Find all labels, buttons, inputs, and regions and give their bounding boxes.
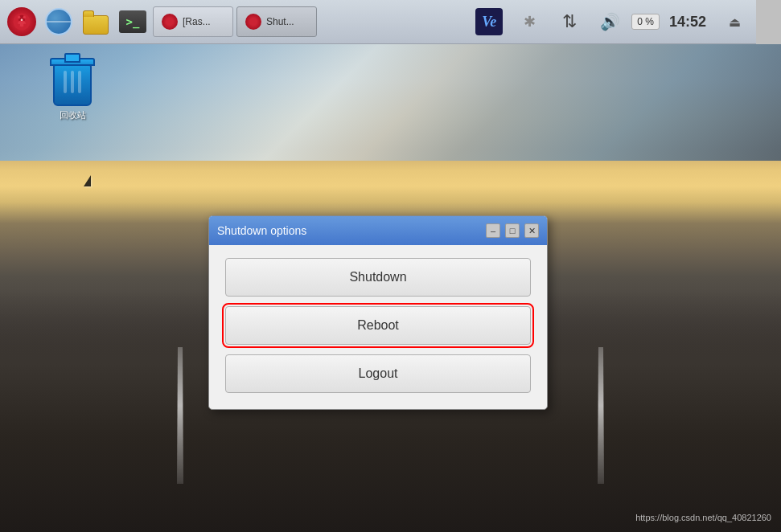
shutdown-taskbar-window[interactable]: Shut...: [236, 6, 317, 37]
browser-button[interactable]: [42, 5, 76, 39]
raspbian-window-icon: [162, 14, 178, 30]
eject-icon: ⏏: [729, 14, 741, 30]
road-line-left: [177, 347, 183, 484]
clock: 14:52: [663, 14, 713, 31]
dialog-title: Shutdown options: [217, 224, 306, 237]
trash-line-2: [71, 71, 74, 93]
raspi-menu-button[interactable]: [5, 5, 39, 39]
dialog-controls: – □ ✕: [486, 223, 539, 238]
svg-point-7: [21, 18, 23, 21]
shutdown-window-icon: [245, 14, 261, 30]
volume-icon: 🔊: [600, 12, 620, 31]
svg-point-5: [18, 23, 20, 26]
vnc-button[interactable]: Ve: [472, 5, 506, 39]
svg-point-3: [23, 16, 27, 19]
terminal-button[interactable]: >_: [116, 5, 150, 39]
dialog-titlebar: Shutdown options – □ ✕: [209, 216, 547, 245]
raspi-logo-icon: [7, 7, 36, 36]
dialog-close-button[interactable]: ✕: [524, 223, 539, 238]
eject-button[interactable]: ⏏: [717, 5, 751, 39]
volume-button[interactable]: 🔊: [593, 5, 627, 39]
network-icon: ⇅: [562, 11, 577, 32]
raspbian-taskbar-window[interactable]: [Ras...: [153, 6, 233, 37]
bluetooth-icon: ✱: [524, 13, 536, 31]
trash-label: 回收站: [60, 109, 86, 121]
network-button[interactable]: ⇅: [553, 5, 586, 39]
globe-icon: [45, 8, 72, 35]
file-manager-button[interactable]: [79, 5, 113, 39]
mouse-cursor: [84, 175, 91, 186]
trash-can: [53, 64, 92, 106]
terminal-icon: >_: [119, 10, 146, 33]
svg-point-2: [18, 16, 21, 19]
watermark: https://blog.csdn.net/qq_40821260: [635, 513, 771, 522]
road-line-right: [598, 347, 604, 484]
raspbian-window-label: [Ras...: [183, 16, 211, 27]
vnc-icon: Ve: [475, 8, 503, 35]
taskbar: >_ [Ras... Shut... Ve ✱ ⇅ �: [0, 0, 756, 44]
bluetooth-button[interactable]: ✱: [512, 5, 546, 39]
trash-line-1: [64, 71, 67, 93]
shutdown-button[interactable]: Shutdown: [225, 258, 531, 297]
shutdown-dialog: Shutdown options – □ ✕ Shutdown Reboot: [208, 215, 548, 410]
svg-point-6: [23, 23, 26, 26]
dialog-minimize-button[interactable]: –: [486, 223, 500, 238]
battery-percentage: 0 %: [631, 14, 660, 30]
trash-lines: [64, 71, 81, 93]
trash-line-3: [78, 71, 81, 93]
desktop: >_ [Ras... Shut... Ve ✱ ⇅ �: [0, 0, 781, 532]
trash-desktop-icon[interactable]: 回收站: [50, 58, 95, 121]
dialog-maximize-button[interactable]: □: [505, 223, 520, 238]
dialog-body: Shutdown Reboot Logout: [209, 245, 547, 409]
logout-button[interactable]: Logout: [225, 354, 531, 393]
shutdown-window-label: Shut...: [266, 16, 294, 27]
taskbar-right-panel: [756, 0, 781, 44]
reboot-button[interactable]: Reboot: [225, 306, 531, 345]
